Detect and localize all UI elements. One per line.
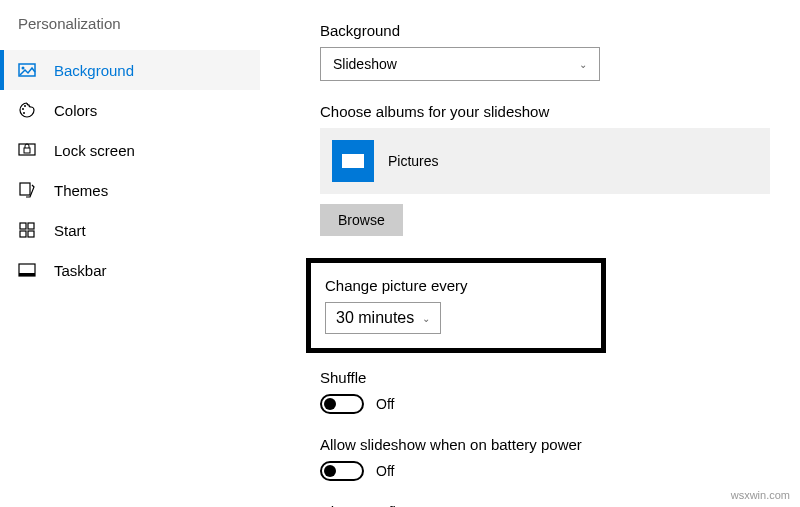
shuffle-label: Shuffle: [320, 369, 780, 386]
picture-icon: [18, 61, 36, 79]
toggle-knob: [324, 398, 336, 410]
palette-icon: [18, 101, 36, 119]
svg-rect-10: [20, 231, 26, 237]
sidebar-item-taskbar[interactable]: Taskbar: [0, 250, 260, 290]
svg-rect-7: [20, 183, 30, 195]
main-panel: Background Slideshow ⌄ Choose albums for…: [260, 0, 800, 507]
select-value: Slideshow: [333, 56, 397, 72]
svg-point-1: [22, 67, 25, 70]
albums-label: Choose albums for your slideshow: [320, 103, 780, 120]
battery-label: Allow slideshow when on battery power: [320, 436, 780, 453]
svg-rect-13: [19, 273, 35, 276]
sidebar-title: Personalization: [0, 15, 260, 50]
svg-point-2: [22, 108, 24, 110]
taskbar-icon: [18, 261, 36, 279]
sidebar-item-background[interactable]: Background: [0, 50, 260, 90]
chevron-down-icon: ⌄: [579, 59, 587, 70]
svg-point-3: [24, 105, 26, 107]
battery-toggle[interactable]: [320, 461, 364, 481]
sidebar-item-label: Themes: [54, 182, 108, 199]
select-value: 30 minutes: [336, 309, 414, 327]
svg-point-4: [23, 112, 25, 114]
watermark: wsxwin.com: [731, 489, 790, 501]
shuffle-toggle[interactable]: [320, 394, 364, 414]
svg-rect-11: [28, 231, 34, 237]
fit-label: Choose a fit: [320, 503, 780, 507]
highlighted-section: Change picture every 30 minutes ⌄: [306, 258, 606, 353]
album-name: Pictures: [388, 153, 439, 169]
lockscreen-icon: [18, 141, 36, 159]
sidebar-item-label: Lock screen: [54, 142, 135, 159]
background-select[interactable]: Slideshow ⌄: [320, 47, 600, 81]
sidebar-item-label: Taskbar: [54, 262, 107, 279]
sidebar-item-start[interactable]: Start: [0, 210, 260, 250]
toggle-state: Off: [376, 396, 394, 412]
album-item[interactable]: Pictures: [320, 128, 770, 194]
svg-rect-6: [24, 148, 30, 153]
browse-button[interactable]: Browse: [320, 204, 403, 236]
sidebar-item-label: Colors: [54, 102, 97, 119]
svg-rect-9: [28, 223, 34, 229]
interval-label: Change picture every: [325, 277, 587, 294]
sidebar: Personalization Background Colors Lock s…: [0, 0, 260, 507]
sidebar-item-label: Start: [54, 222, 86, 239]
toggle-knob: [324, 465, 336, 477]
interval-select[interactable]: 30 minutes ⌄: [325, 302, 441, 334]
themes-icon: [18, 181, 36, 199]
svg-rect-8: [20, 223, 26, 229]
sidebar-item-lockscreen[interactable]: Lock screen: [0, 130, 260, 170]
sidebar-item-label: Background: [54, 62, 134, 79]
chevron-down-icon: ⌄: [422, 313, 430, 324]
background-label: Background: [320, 22, 780, 39]
folder-thumb-icon: [332, 140, 374, 182]
toggle-state: Off: [376, 463, 394, 479]
sidebar-item-colors[interactable]: Colors: [0, 90, 260, 130]
start-icon: [18, 221, 36, 239]
sidebar-item-themes[interactable]: Themes: [0, 170, 260, 210]
